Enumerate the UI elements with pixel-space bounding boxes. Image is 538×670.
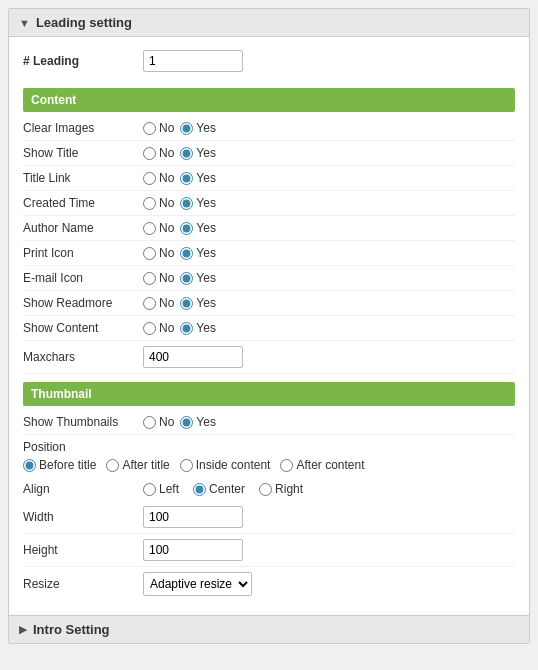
show-readmore-yes-radio[interactable] bbox=[180, 297, 193, 310]
clear-images-no-label[interactable]: No bbox=[143, 121, 174, 135]
show-readmore-row: Show Readmore No Yes bbox=[23, 291, 515, 316]
show-title-yes-label[interactable]: Yes bbox=[180, 146, 216, 160]
email-icon-no-label[interactable]: No bbox=[143, 271, 174, 285]
position-after-content-radio[interactable] bbox=[280, 459, 293, 472]
author-name-options: No Yes bbox=[143, 221, 515, 235]
height-input-wrap bbox=[143, 539, 515, 561]
resize-label: Resize bbox=[23, 577, 143, 591]
align-center-label[interactable]: Center bbox=[193, 482, 245, 496]
created-time-no-radio[interactable] bbox=[143, 197, 156, 210]
title-link-yes-label[interactable]: Yes bbox=[180, 171, 216, 185]
email-icon-yes-label[interactable]: Yes bbox=[180, 271, 216, 285]
show-content-row: Show Content No Yes bbox=[23, 316, 515, 341]
author-name-yes-radio[interactable] bbox=[180, 222, 193, 235]
width-label: Width bbox=[23, 510, 143, 524]
print-icon-no-label[interactable]: No bbox=[143, 246, 174, 260]
width-input-wrap bbox=[143, 506, 515, 528]
width-row: Width bbox=[23, 501, 515, 534]
position-after-title-label[interactable]: After title bbox=[106, 458, 169, 472]
title-link-no-label[interactable]: No bbox=[143, 171, 174, 185]
leading-section-content: # Leading Content Clear Images No Yes Sh… bbox=[9, 37, 529, 615]
email-icon-label: E-mail Icon bbox=[23, 271, 143, 285]
show-title-no-radio[interactable] bbox=[143, 147, 156, 160]
clear-images-yes-label[interactable]: Yes bbox=[180, 121, 216, 135]
show-readmore-label: Show Readmore bbox=[23, 296, 143, 310]
maxchars-row: Maxchars bbox=[23, 341, 515, 374]
intro-section-title: Intro Setting bbox=[33, 622, 110, 637]
print-icon-yes-label[interactable]: Yes bbox=[180, 246, 216, 260]
email-icon-options: No Yes bbox=[143, 271, 515, 285]
show-title-options: No Yes bbox=[143, 146, 515, 160]
align-row: Align Left Center Right bbox=[23, 477, 515, 501]
align-left-radio[interactable] bbox=[143, 483, 156, 496]
created-time-no-label[interactable]: No bbox=[143, 196, 174, 210]
align-right-radio[interactable] bbox=[259, 483, 272, 496]
show-thumbnails-yes-label[interactable]: Yes bbox=[180, 415, 216, 429]
print-icon-row: Print Icon No Yes bbox=[23, 241, 515, 266]
created-time-yes-label[interactable]: Yes bbox=[180, 196, 216, 210]
align-center-radio[interactable] bbox=[193, 483, 206, 496]
resize-row: Resize Adaptive resize Crop resize None bbox=[23, 567, 515, 601]
show-content-yes-radio[interactable] bbox=[180, 322, 193, 335]
show-thumbnails-no-label[interactable]: No bbox=[143, 415, 174, 429]
maxchars-input[interactable] bbox=[143, 346, 243, 368]
width-input[interactable] bbox=[143, 506, 243, 528]
show-content-yes-label[interactable]: Yes bbox=[180, 321, 216, 335]
show-content-options: No Yes bbox=[143, 321, 515, 335]
title-link-yes-radio[interactable] bbox=[180, 172, 193, 185]
show-title-label: Show Title bbox=[23, 146, 143, 160]
title-link-no-radio[interactable] bbox=[143, 172, 156, 185]
show-readmore-no-radio[interactable] bbox=[143, 297, 156, 310]
leading-number-row: # Leading bbox=[23, 45, 515, 80]
author-name-row: Author Name No Yes bbox=[23, 216, 515, 241]
intro-section-header[interactable]: ▶ Intro Setting bbox=[9, 615, 529, 643]
show-title-row: Show Title No Yes bbox=[23, 141, 515, 166]
show-content-no-label[interactable]: No bbox=[143, 321, 174, 335]
title-link-row: Title Link No Yes bbox=[23, 166, 515, 191]
created-time-options: No Yes bbox=[143, 196, 515, 210]
show-title-yes-radio[interactable] bbox=[180, 147, 193, 160]
author-name-yes-label[interactable]: Yes bbox=[180, 221, 216, 235]
position-after-title-radio[interactable] bbox=[106, 459, 119, 472]
position-before-title-label[interactable]: Before title bbox=[23, 458, 96, 472]
print-icon-yes-radio[interactable] bbox=[180, 247, 193, 260]
height-row: Height bbox=[23, 534, 515, 567]
created-time-yes-radio[interactable] bbox=[180, 197, 193, 210]
show-thumbnails-options: No Yes bbox=[143, 415, 515, 429]
created-time-row: Created Time No Yes bbox=[23, 191, 515, 216]
show-readmore-no-label[interactable]: No bbox=[143, 296, 174, 310]
leading-section-header[interactable]: ▼ Leading setting bbox=[9, 9, 529, 37]
author-name-label: Author Name bbox=[23, 221, 143, 235]
email-icon-no-radio[interactable] bbox=[143, 272, 156, 285]
position-before-title-radio[interactable] bbox=[23, 459, 36, 472]
author-name-no-radio[interactable] bbox=[143, 222, 156, 235]
maxchars-input-wrap bbox=[143, 346, 515, 368]
show-content-no-radio[interactable] bbox=[143, 322, 156, 335]
show-title-no-label[interactable]: No bbox=[143, 146, 174, 160]
leading-number-input[interactable] bbox=[143, 50, 243, 72]
position-inside-content-label[interactable]: Inside content bbox=[180, 458, 271, 472]
thumbnail-bar: Thumbnail bbox=[23, 382, 515, 406]
position-inside-content-radio[interactable] bbox=[180, 459, 193, 472]
position-after-content-label[interactable]: After content bbox=[280, 458, 364, 472]
show-thumbnails-label: Show Thumbnails bbox=[23, 415, 143, 429]
clear-images-row: Clear Images No Yes bbox=[23, 116, 515, 141]
align-right-label[interactable]: Right bbox=[259, 482, 303, 496]
title-link-label: Title Link bbox=[23, 171, 143, 185]
clear-images-yes-radio[interactable] bbox=[180, 122, 193, 135]
resize-select[interactable]: Adaptive resize Crop resize None bbox=[143, 572, 252, 596]
show-readmore-yes-label[interactable]: Yes bbox=[180, 296, 216, 310]
title-link-options: No Yes bbox=[143, 171, 515, 185]
height-input[interactable] bbox=[143, 539, 243, 561]
leading-setting-panel: ▼ Leading setting # Leading Content Clea… bbox=[8, 8, 530, 644]
show-thumbnails-no-radio[interactable] bbox=[143, 416, 156, 429]
clear-images-no-radio[interactable] bbox=[143, 122, 156, 135]
align-left-label[interactable]: Left bbox=[143, 482, 179, 496]
print-icon-options: No Yes bbox=[143, 246, 515, 260]
author-name-no-label[interactable]: No bbox=[143, 221, 174, 235]
show-thumbnails-yes-radio[interactable] bbox=[180, 416, 193, 429]
height-label: Height bbox=[23, 543, 143, 557]
email-icon-yes-radio[interactable] bbox=[180, 272, 193, 285]
align-label: Align bbox=[23, 482, 143, 496]
print-icon-no-radio[interactable] bbox=[143, 247, 156, 260]
